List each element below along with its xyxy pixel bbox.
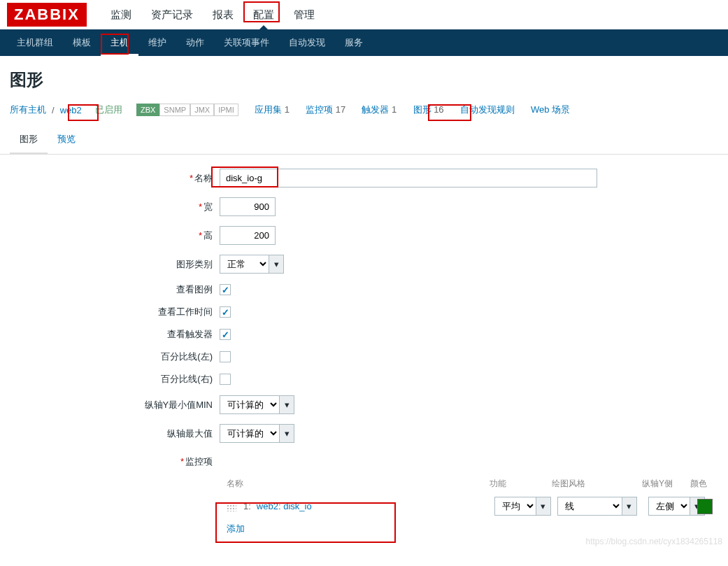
select-side[interactable]: 左侧 bbox=[648, 497, 690, 516]
count-items: 17 bbox=[336, 104, 345, 115]
status-enabled: 已启用 bbox=[95, 104, 122, 116]
checkbox-triggers[interactable] bbox=[220, 329, 231, 340]
link-applications[interactable]: 应用集 bbox=[255, 104, 282, 115]
items-header-color: 颜色 bbox=[690, 478, 718, 490]
link-graphs[interactable]: 图形 bbox=[413, 104, 431, 115]
subnav-hosts[interactable]: 主机 bbox=[101, 29, 138, 56]
nav-monitoring[interactable]: 监测 bbox=[101, 1, 141, 29]
checkbox-percent-right[interactable] bbox=[220, 374, 231, 385]
badge-ipmi: IPMI bbox=[214, 104, 238, 116]
chevron-down-icon[interactable]: ▾ bbox=[279, 395, 294, 414]
label-triggers: 查看触发器 bbox=[10, 328, 220, 341]
label-ymin: 纵轴Y最小值MIN bbox=[10, 399, 220, 411]
label-ymax: 纵轴最大值 bbox=[10, 427, 220, 440]
bc-sep: / bbox=[52, 105, 55, 115]
badge-zbx: ZBX bbox=[136, 104, 159, 116]
select-ymax[interactable]: 可计算的 bbox=[220, 424, 279, 443]
label-height: 高 bbox=[204, 230, 213, 241]
chevron-down-icon[interactable]: ▾ bbox=[279, 424, 294, 443]
link-discovery-rules[interactable]: 自动发现规则 bbox=[460, 104, 515, 115]
nav-administration[interactable]: 管理 bbox=[284, 1, 324, 29]
item-index: 1: bbox=[243, 501, 251, 511]
item-row: 1: web2: disk_io 平均 ▾ 线 ▾ 左侧 ▾ bbox=[227, 490, 718, 523]
graph-form: *名称 *宽 *高 图形类别 正常 ▾ 查看图例 查看工作时间 查看触发器 百分… bbox=[0, 155, 728, 549]
input-name[interactable] bbox=[220, 169, 597, 188]
form-tabs: 图形 预览 bbox=[0, 126, 728, 155]
subnav-hostgroups[interactable]: 主机群组 bbox=[7, 29, 63, 56]
label-percent-left: 百分比线(左) bbox=[10, 351, 220, 363]
sub-nav: 主机群组 模板 主机 维护 动作 关联项事件 自动发现 服务 bbox=[0, 29, 728, 56]
nav-reports[interactable]: 报表 bbox=[203, 1, 243, 29]
items-header-name: 名称 bbox=[227, 478, 490, 490]
interface-badges: ZBX SNMP JMX IPMI bbox=[136, 104, 238, 116]
link-items[interactable]: 监控项 bbox=[306, 104, 333, 115]
subnav-maintenance[interactable]: 维护 bbox=[138, 29, 176, 56]
items-header: 名称 功能 绘图风格 纵轴Y侧 颜色 bbox=[227, 478, 718, 490]
bc-host[interactable]: web2 bbox=[60, 105, 82, 115]
subnav-templates[interactable]: 模板 bbox=[63, 29, 101, 56]
select-func[interactable]: 平均 bbox=[494, 497, 536, 516]
input-width[interactable] bbox=[220, 197, 276, 216]
subnav-correlation[interactable]: 关联项事件 bbox=[214, 29, 279, 56]
item-link[interactable]: web2: disk_io bbox=[257, 501, 312, 511]
watermark: https://blog.csdn.net/cyx1834265118 bbox=[586, 537, 722, 546]
top-bar: ZABBIX 监测 资产记录 报表 配置 管理 bbox=[0, 0, 728, 29]
chevron-down-icon[interactable]: ▾ bbox=[269, 255, 284, 274]
label-worktime: 查看工作时间 bbox=[10, 306, 220, 318]
checkbox-worktime[interactable] bbox=[220, 306, 231, 318]
badge-snmp: SNMP bbox=[159, 104, 190, 116]
nav-configuration[interactable]: 配置 bbox=[243, 1, 284, 29]
chevron-down-icon[interactable]: ▾ bbox=[622, 497, 637, 516]
label-percent-right: 百分比线(右) bbox=[10, 373, 220, 385]
color-swatch[interactable] bbox=[697, 499, 713, 514]
top-nav: 监测 资产记录 报表 配置 管理 bbox=[101, 1, 324, 29]
input-height[interactable] bbox=[220, 226, 276, 245]
bc-all-hosts[interactable]: 所有主机 bbox=[10, 104, 46, 116]
select-type[interactable]: 正常 bbox=[220, 255, 269, 274]
select-ymin[interactable]: 可计算的 bbox=[220, 395, 279, 414]
items-header-side: 纵轴Y侧 bbox=[642, 478, 690, 490]
items-header-style: 绘图风格 bbox=[552, 478, 642, 490]
checkbox-percent-left[interactable] bbox=[220, 351, 231, 362]
link-triggers[interactable]: 触发器 bbox=[362, 104, 389, 115]
label-name: 名称 bbox=[194, 173, 213, 183]
drag-handle-icon[interactable] bbox=[227, 502, 236, 511]
subnav-discovery[interactable]: 自动发现 bbox=[279, 29, 335, 56]
count-graphs: 16 bbox=[434, 104, 443, 115]
chevron-down-icon[interactable]: ▾ bbox=[536, 497, 551, 516]
label-items: 监控项 bbox=[185, 456, 213, 467]
breadcrumb: 所有主机 / web2 已启用 ZBX SNMP JMX IPMI 应用集 1 … bbox=[0, 98, 728, 126]
badge-jmx: JMX bbox=[190, 104, 214, 116]
label-width: 宽 bbox=[204, 201, 213, 212]
page-title: 图形 bbox=[0, 56, 728, 98]
tab-graph[interactable]: 图形 bbox=[10, 126, 48, 155]
count-applications: 1 bbox=[285, 104, 290, 115]
link-web-scenarios[interactable]: Web 场景 bbox=[531, 104, 570, 115]
add-item-link[interactable]: 添加 bbox=[227, 523, 245, 534]
label-legend: 查看图例 bbox=[10, 283, 220, 296]
tab-preview[interactable]: 预览 bbox=[48, 126, 85, 154]
nav-inventory[interactable]: 资产记录 bbox=[141, 1, 203, 29]
logo: ZABBIX bbox=[7, 3, 87, 27]
subnav-services[interactable]: 服务 bbox=[335, 29, 373, 56]
items-header-func: 功能 bbox=[490, 478, 552, 490]
label-type: 图形类别 bbox=[10, 258, 220, 271]
select-style[interactable]: 线 bbox=[557, 497, 622, 516]
checkbox-legend[interactable] bbox=[220, 284, 231, 295]
count-triggers: 1 bbox=[392, 104, 397, 115]
subnav-actions[interactable]: 动作 bbox=[176, 29, 214, 56]
